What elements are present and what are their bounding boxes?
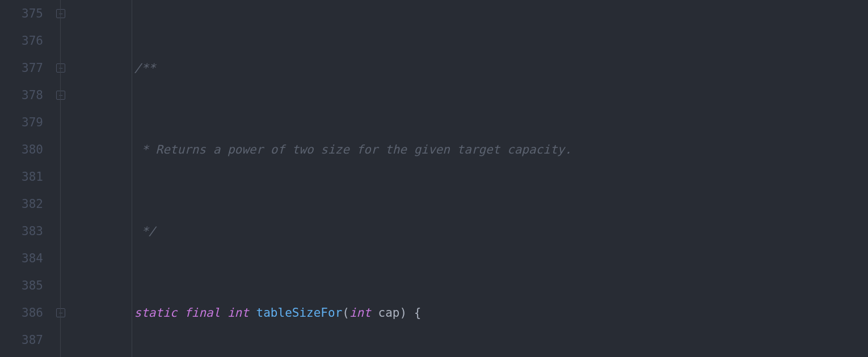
line-number: 384 (0, 245, 43, 272)
fold-cell (54, 190, 100, 218)
line-number: 382 (0, 190, 43, 218)
code-line[interactable]: static final int tableSizeFor(int cap) { (100, 299, 868, 326)
fold-cell (54, 27, 100, 54)
fold-cell (54, 326, 100, 354)
type-token: int (227, 306, 249, 320)
line-number: 378 (0, 82, 43, 109)
line-number-gutter: 375 376 377 378 379 380 381 382 383 384 … (0, 0, 54, 357)
fold-minus-icon: − (56, 9, 65, 18)
param-token: cap (378, 306, 400, 320)
fold-minus-icon: − (56, 308, 65, 317)
comment-token: /** (134, 61, 156, 75)
keyword-token: final (184, 306, 220, 320)
keyword-token: static (134, 306, 178, 320)
punct-token: ( (342, 306, 349, 320)
line-number: 380 (0, 136, 43, 163)
line-number: 386 (0, 299, 43, 326)
line-number: 383 (0, 218, 43, 245)
line-number: 385 (0, 272, 43, 299)
fold-cell (54, 109, 100, 136)
fold-gutter: − − − − (54, 0, 100, 357)
fold-toggle[interactable]: − (54, 82, 100, 109)
comment-token: */ (134, 224, 156, 238)
line-number: 387 (0, 326, 43, 354)
punct-token: ) { (399, 306, 421, 320)
fold-cell (54, 163, 100, 190)
fold-toggle[interactable]: − (54, 299, 100, 326)
fold-cell (54, 245, 100, 272)
line-number: 376 (0, 27, 43, 54)
comment-token: * Returns a power of two size for the gi… (134, 143, 572, 156)
code-editor[interactable]: 375 376 377 378 379 380 381 382 383 384 … (0, 0, 868, 357)
function-name-token: tableSizeFor (256, 306, 343, 320)
code-line[interactable]: /** (100, 54, 868, 82)
line-number: 377 (0, 54, 43, 82)
type-token: int (349, 306, 371, 320)
code-area[interactable]: /** * Returns a power of two size for th… (100, 0, 868, 357)
line-number: 379 (0, 109, 43, 136)
code-line[interactable]: */ (100, 218, 868, 245)
fold-toggle[interactable]: − (54, 0, 100, 27)
code-line[interactable]: * Returns a power of two size for the gi… (100, 136, 868, 163)
line-number: 375 (0, 0, 43, 27)
fold-minus-icon: − (56, 63, 65, 73)
fold-minus-icon: − (56, 91, 65, 100)
fold-toggle[interactable]: − (54, 54, 100, 82)
line-number: 381 (0, 163, 43, 190)
fold-cell (54, 218, 100, 245)
fold-cell (54, 272, 100, 299)
fold-cell (54, 136, 100, 163)
